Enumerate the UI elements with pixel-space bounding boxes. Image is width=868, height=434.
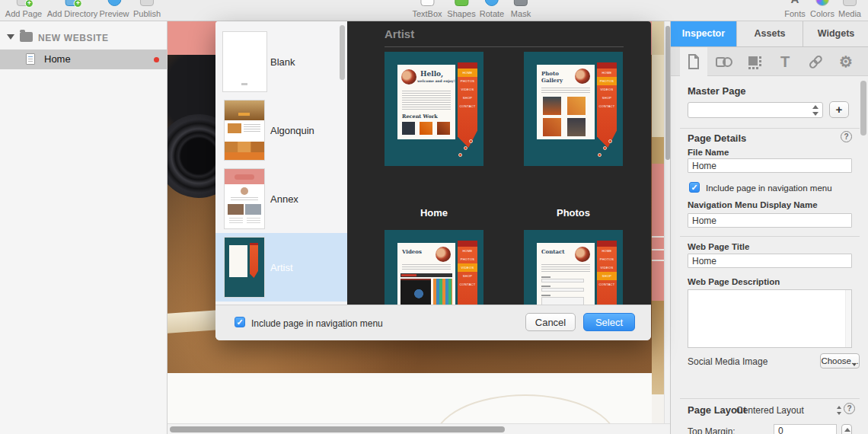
preview-button[interactable]: Preview: [99, 0, 129, 18]
template-name: Artist: [270, 262, 293, 273]
toolbar-label: Mask: [511, 9, 531, 18]
template-row-artist[interactable]: Artist: [215, 233, 347, 302]
include-in-nav-checkbox[interactable]: ✓: [235, 317, 245, 327]
web-page-title-input[interactable]: [688, 254, 852, 268]
hscroll-thumb[interactable]: [170, 426, 505, 432]
select-button[interactable]: Select: [583, 313, 635, 331]
avatar: [575, 247, 590, 262]
toolbar-label: Add Page: [5, 9, 42, 18]
inspector-nav-checkbox[interactable]: ✓: [689, 182, 700, 193]
site-row[interactable]: NEW WEBSITE: [0, 29, 167, 47]
unsaved-indicator-dot: [154, 57, 159, 62]
layout-select-arrows-icon[interactable]: [835, 404, 843, 416]
add-directory-button[interactable]: + Add Directory: [47, 0, 98, 18]
tab-assets[interactable]: Assets: [737, 21, 803, 46]
toolbar-label: TextBox: [412, 9, 442, 18]
settings-gear-icon[interactable]: ⚙: [832, 47, 860, 76]
template-row-blank[interactable]: Blank: [215, 27, 347, 96]
preview-card-videos[interactable]: Videos HOMEPHOTOSVIDEOSSHOPCONTACT: [385, 230, 483, 305]
shape-inspector-icon[interactable]: [710, 47, 738, 76]
top-margin-stepper[interactable]: [841, 424, 852, 434]
footer-arc-decor: [434, 394, 617, 423]
mask-button[interactable]: Mask: [511, 0, 531, 18]
add-page-button[interactable]: + Add Page: [5, 0, 42, 18]
canvas-vertical-scrollbar[interactable]: [664, 21, 670, 434]
file-name-input[interactable]: [688, 158, 852, 173]
add-page-icon: +: [17, 0, 30, 6]
rotate-icon: [485, 0, 499, 6]
canvas-horizontal-scrollbar[interactable]: [168, 423, 670, 434]
disclosure-triangle-icon[interactable]: [7, 34, 14, 40]
app-window: + Add Page + Add Directory Preview Publi…: [0, 0, 868, 434]
chevron-down-icon: [852, 363, 857, 366]
card-nav-ribbon: HOMEPHOTOSVIDEOSSHOPCONTACT: [597, 62, 617, 148]
page-inspector-icon[interactable]: [680, 47, 707, 76]
mask-icon: [514, 0, 528, 6]
page-document-icon: [26, 53, 35, 65]
shapes-button[interactable]: Shapes: [447, 0, 475, 18]
template-chooser-dialog: Blank Algonquin: [215, 21, 651, 340]
page-right-sections: [652, 21, 664, 423]
top-margin-input[interactable]: [774, 424, 837, 434]
sidebar-item-home[interactable]: Home: [0, 49, 167, 69]
preview-card-contact[interactable]: Contact HOMEPHOTOSVIDEOSSHOPCONTACT: [524, 230, 623, 305]
preview-divider: [385, 46, 624, 47]
section-divider: [680, 128, 860, 129]
colors-icon: [815, 0, 829, 6]
preview-page-label: Photos: [524, 207, 623, 219]
toolbar-label: Shapes: [447, 9, 475, 18]
link-inspector-icon[interactable]: [802, 47, 829, 76]
inspector-panel: Inspector Assets Widgets T ⚙ Master Page…: [670, 21, 868, 434]
card-heading: Hello,: [420, 70, 443, 78]
preview-card-photos[interactable]: Photo Gallery HOMEPHOTOSVIDEOSSHOPCONTAC…: [524, 52, 623, 166]
template-name: Blank: [270, 56, 295, 68]
card-heading2: Gallery: [541, 77, 563, 84]
tab-widgets[interactable]: Widgets: [803, 21, 868, 46]
template-name: Annex: [270, 193, 298, 205]
page-layout-help-icon[interactable]: ?: [844, 403, 855, 414]
choose-image-button[interactable]: Choose...: [820, 353, 860, 369]
arrange-inspector-icon[interactable]: [741, 47, 768, 76]
nav-display-name-input[interactable]: [688, 213, 852, 228]
publish-button[interactable]: Publish: [133, 0, 161, 18]
rotate-button[interactable]: Rotate: [480, 0, 504, 18]
nav-display-name-label: Navigation Menu Display Name: [688, 200, 818, 209]
media-button[interactable]: Media: [838, 0, 861, 18]
card-section-heading: Recent Work: [402, 113, 438, 120]
template-row-algonquin[interactable]: Algonquin: [215, 96, 347, 164]
card-subheading: welcome and enjoy!: [417, 79, 455, 83]
card-heading: Photo: [541, 70, 559, 77]
site-name: NEW WEBSITE: [38, 33, 109, 43]
section-divider: [680, 398, 860, 399]
template-list: Blank Algonquin: [215, 21, 347, 305]
page-footer-area: [168, 373, 652, 423]
tab-inspector[interactable]: Inspector: [671, 21, 737, 46]
master-page-select[interactable]: [688, 102, 823, 118]
inspector-tabs: Inspector Assets Widgets: [671, 21, 868, 47]
cancel-button[interactable]: Cancel: [525, 313, 576, 331]
card-nav-ribbon: HOMEPHOTOSVIDEOSSHOPCONTACT: [597, 241, 617, 305]
template-list-scrollbar[interactable]: [340, 25, 345, 86]
textbox-icon: [420, 0, 434, 6]
toolbar-label: Colors: [810, 9, 834, 18]
page-layout-select[interactable]: Centered Layout: [736, 405, 804, 416]
fonts-button[interactable]: A Fonts: [784, 0, 806, 18]
toolbar-label: Preview: [99, 9, 129, 18]
template-row-annex[interactable]: Annex: [215, 164, 347, 233]
colors-button[interactable]: Colors: [810, 0, 834, 18]
web-page-description-label: Web Page Description: [688, 277, 780, 286]
section-divider: [680, 236, 860, 237]
preview-card-home[interactable]: Hello, welcome and enjoy! Recent Work HO…: [385, 52, 483, 166]
top-toolbar: + Add Page + Add Directory Preview Publi…: [0, 0, 868, 21]
page-details-help-icon[interactable]: ?: [841, 131, 852, 142]
include-in-nav-label: Include page in navigation menu: [251, 318, 383, 329]
add-master-page-button[interactable]: +: [829, 101, 849, 118]
textbox-button[interactable]: TextBox: [412, 0, 442, 18]
text-inspector-icon[interactable]: T: [771, 47, 799, 76]
toolbar-label: Fonts: [784, 9, 806, 18]
inspector-scrollbar[interactable]: [860, 81, 866, 408]
web-page-description-textarea[interactable]: [688, 289, 852, 348]
page-details-title: Page Details: [688, 132, 746, 144]
preview-icon: [107, 0, 121, 6]
media-icon: [843, 0, 857, 6]
